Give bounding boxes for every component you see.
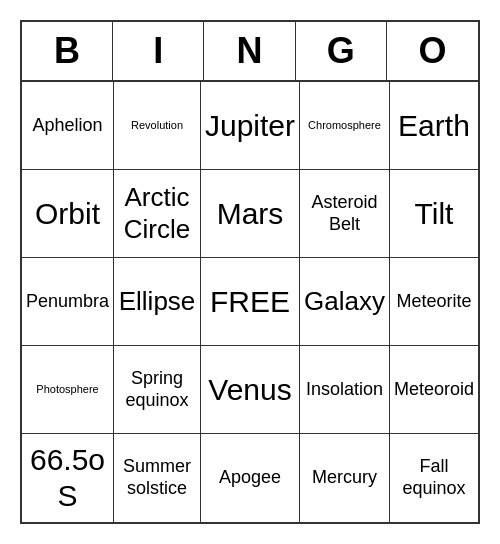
bingo-cell-15: Photosphere bbox=[22, 346, 114, 434]
cell-text-3: Chromosphere bbox=[308, 119, 381, 132]
bingo-cell-2: Jupiter bbox=[201, 82, 300, 170]
bingo-cell-7: Mars bbox=[201, 170, 300, 258]
header-letter-G: G bbox=[296, 22, 387, 80]
bingo-cell-3: Chromosphere bbox=[300, 82, 390, 170]
bingo-cell-8: Asteroid Belt bbox=[300, 170, 390, 258]
bingo-cell-18: Insolation bbox=[300, 346, 390, 434]
cell-text-23: Mercury bbox=[312, 467, 377, 489]
cell-text-1: Revolution bbox=[131, 119, 183, 132]
cell-text-4: Earth bbox=[398, 108, 470, 144]
cell-text-9: Tilt bbox=[415, 196, 454, 232]
cell-text-8: Asteroid Belt bbox=[304, 192, 385, 235]
bingo-cell-6: Arctic Circle bbox=[114, 170, 201, 258]
bingo-cell-19: Meteoroid bbox=[390, 346, 478, 434]
bingo-cell-22: Apogee bbox=[201, 434, 300, 522]
bingo-cell-9: Tilt bbox=[390, 170, 478, 258]
cell-text-10: Penumbra bbox=[26, 291, 109, 313]
cell-text-12: FREE bbox=[210, 284, 290, 320]
bingo-cell-10: Penumbra bbox=[22, 258, 114, 346]
cell-text-21: Summer solstice bbox=[118, 456, 196, 499]
bingo-cell-13: Galaxy bbox=[300, 258, 390, 346]
bingo-cell-0: Aphelion bbox=[22, 82, 114, 170]
cell-text-14: Meteorite bbox=[396, 291, 471, 313]
bingo-cell-11: Ellipse bbox=[114, 258, 201, 346]
header-letter-O: O bbox=[387, 22, 478, 80]
bingo-cell-17: Venus bbox=[201, 346, 300, 434]
bingo-cell-12: FREE bbox=[201, 258, 300, 346]
bingo-cell-24: Fall equinox bbox=[390, 434, 478, 522]
bingo-cell-20: 66.5o S bbox=[22, 434, 114, 522]
cell-text-16: Spring equinox bbox=[118, 368, 196, 411]
header-letter-B: B bbox=[22, 22, 113, 80]
bingo-cell-4: Earth bbox=[390, 82, 478, 170]
cell-text-11: Ellipse bbox=[119, 286, 196, 317]
cell-text-22: Apogee bbox=[219, 467, 281, 489]
bingo-cell-14: Meteorite bbox=[390, 258, 478, 346]
cell-text-13: Galaxy bbox=[304, 286, 385, 317]
bingo-cell-5: Orbit bbox=[22, 170, 114, 258]
cell-text-0: Aphelion bbox=[33, 115, 103, 137]
cell-text-15: Photosphere bbox=[36, 383, 98, 396]
bingo-header: BINGO bbox=[22, 22, 478, 82]
cell-text-24: Fall equinox bbox=[394, 456, 474, 499]
bingo-cell-23: Mercury bbox=[300, 434, 390, 522]
cell-text-5: Orbit bbox=[35, 196, 100, 232]
cell-text-17: Venus bbox=[208, 372, 291, 408]
cell-text-2: Jupiter bbox=[205, 108, 295, 144]
bingo-grid: AphelionRevolutionJupiterChromosphereEar… bbox=[22, 82, 478, 522]
bingo-card: BINGO AphelionRevolutionJupiterChromosph… bbox=[20, 20, 480, 524]
cell-text-18: Insolation bbox=[306, 379, 383, 401]
header-letter-I: I bbox=[113, 22, 204, 80]
bingo-cell-1: Revolution bbox=[114, 82, 201, 170]
cell-text-20: 66.5o S bbox=[26, 442, 109, 514]
header-letter-N: N bbox=[204, 22, 295, 80]
cell-text-19: Meteoroid bbox=[394, 379, 474, 401]
bingo-cell-16: Spring equinox bbox=[114, 346, 201, 434]
cell-text-6: Arctic Circle bbox=[118, 182, 196, 244]
bingo-cell-21: Summer solstice bbox=[114, 434, 201, 522]
cell-text-7: Mars bbox=[217, 196, 284, 232]
